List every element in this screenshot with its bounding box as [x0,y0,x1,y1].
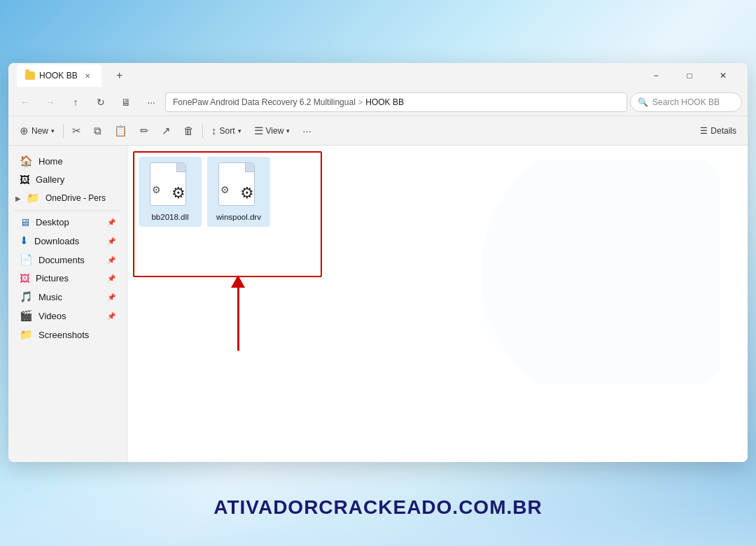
file-area[interactable]: ⚙ ⚙ bb2018.dll ⚙ ⚙ winspool.drv [127,146,748,462]
file-bb2018-name: bb2018.dll [151,213,188,221]
pin-icon-documents: 📌 [107,256,115,264]
copy-button[interactable]: ⧉ [88,120,107,142]
sidebar-item-pictures-label: Pictures [36,273,69,284]
tab-add-button[interactable]: + [110,66,130,85]
sidebar-item-documents[interactable]: 📄 Documents 📌 [11,251,124,269]
toolbar: ⊕ New ▾ ✂ ⧉ 📋 ✏ ↗ 🗑 ↕ Sort ▾ ☰ [8,116,748,146]
music-icon: 🎵 [20,290,33,303]
view-icon: ☰ [254,125,263,137]
refresh-button[interactable]: ↻ [90,91,112,113]
sidebar-item-desktop[interactable]: 🖥 Desktop 📌 [11,214,124,231]
new-arrow: ▾ [51,127,55,134]
share-button[interactable]: ↗ [156,120,176,142]
sidebar-item-pictures[interactable]: 🖼 Pictures 📌 [11,270,124,287]
toolbar-separator-1 [63,124,64,138]
sidebar: 🏠 Home 🖼 Gallery ▶ 📁 OneDrive - Pers 🖥 D… [8,146,127,462]
gear-large-icon-1: ⚙ [172,184,186,202]
pin-icon-downloads: 📌 [107,237,115,245]
window-tab[interactable]: HOOK BB ✕ [17,64,102,87]
details-button[interactable]: ☰ Details [694,120,742,142]
sidebar-item-videos-label: Videos [38,311,66,321]
address-path[interactable]: FonePaw Android Data Recovery 6.2 Multil… [165,92,627,112]
search-placeholder: Search HOOK BB [652,97,720,107]
sidebar-item-downloads[interactable]: ⬇ Downloads 📌 [11,232,124,250]
sidebar-item-home[interactable]: 🏠 Home [11,152,124,170]
sort-icon: ↕ [211,125,217,136]
file-winspool[interactable]: ⚙ ⚙ winspool.drv [207,157,270,227]
sort-arrow: ▾ [238,127,241,134]
gear-small-icon-1: ⚙ [152,184,161,195]
documents-icon: 📄 [20,253,33,266]
pin-icon-desktop: 📌 [107,218,115,226]
up-button[interactable]: ↑ [64,91,87,113]
search-box[interactable]: 🔍 Search HOOK BB [630,92,742,112]
paste-button[interactable]: 📋 [108,120,133,142]
sidebar-item-screenshots-label: Screenshots [38,330,89,340]
delete-button[interactable]: 🗑 [178,120,200,142]
gear-large-icon-2: ⚙ [240,184,254,202]
tab-close-button[interactable]: ✕ [82,70,93,81]
gallery-icon: 🖼 [20,174,30,186]
file-winspool-img: ⚙ ⚙ [218,162,259,209]
more-icon: ··· [302,125,312,136]
sidebar-item-gallery[interactable]: 🖼 Gallery [11,171,124,188]
new-label: New [31,126,48,136]
back-button[interactable]: ← [14,91,36,113]
close-button[interactable]: ✕ [707,64,739,87]
sidebar-item-gallery-label: Gallery [36,174,64,185]
sort-label: Sort [220,126,235,136]
breadcrumb-dots[interactable]: ··· [140,91,162,113]
arrow-line [237,288,239,351]
window-controls: − □ ✕ [640,64,739,87]
explorer-window: HOOK BB ✕ + − □ ✕ ← → ↑ ↻ 🖥 ··· FonePaw … [8,63,748,462]
path-part1: FonePaw Android Data Recovery 6.2 Multil… [173,97,356,107]
delete-icon: 🗑 [183,125,194,136]
new-button[interactable]: ⊕ New ▾ [14,120,60,142]
new-icon: ⊕ [20,125,29,137]
gear-small-icon-2: ⚙ [220,184,230,195]
desktop-icon: 🖥 [20,216,30,228]
path-part2: HOOK BB [365,97,404,107]
search-icon: 🔍 [638,97,648,107]
file-bb2018[interactable]: ⚙ ⚙ bb2018.dll [139,157,202,227]
home-icon: 🏠 [20,155,33,167]
expand-icon: ▶ [15,195,21,202]
title-bar: HOOK BB ✕ + − □ ✕ [8,63,748,88]
view-button[interactable]: ☰ View ▾ [248,120,296,142]
details-label: Details [710,126,736,136]
pin-icon-pictures: 📌 [107,274,115,282]
copy-icon: ⧉ [94,125,102,137]
more-button[interactable]: ··· [297,120,317,142]
onedrive-icon: 📁 [27,192,40,204]
file-bb2018-img: ⚙ ⚙ [150,162,190,209]
sidebar-item-music[interactable]: 🎵 Music 📌 [11,288,124,306]
monitor-icon: 🖥 [115,91,137,113]
sort-button[interactable]: ↕ Sort ▾ [206,120,247,142]
file-winspool-name: winspool.drv [216,213,261,221]
sidebar-divider-1 [14,210,121,211]
minimize-button[interactable]: − [640,64,672,87]
file-winspool-doc: ⚙ ⚙ [218,162,255,206]
watermark-text: ATIVADORCRACKEADO.COM.BR [214,496,542,519]
arrow-annotation [231,275,245,351]
file-bb2018-doc: ⚙ ⚙ [150,162,186,206]
toolbar-separator-2 [202,124,203,138]
videos-icon: 🎬 [20,309,33,322]
sidebar-item-music-label: Music [38,292,62,302]
main-content: 🏠 Home 🖼 Gallery ▶ 📁 OneDrive - Pers 🖥 D… [8,146,748,462]
cut-icon: ✂ [72,125,81,137]
cut-button[interactable]: ✂ [66,120,87,142]
pictures-icon: 🖼 [20,272,30,284]
forward-button[interactable]: → [39,91,62,113]
sidebar-item-downloads-label: Downloads [34,236,79,246]
rename-button[interactable]: ✏ [134,120,155,142]
sidebar-item-screenshots[interactable]: 📁 Screenshots [11,326,124,344]
sidebar-item-documents-label: Documents [38,255,85,265]
sidebar-item-videos[interactable]: 🎬 Videos 📌 [11,307,124,325]
path-separator1: > [358,98,363,106]
rename-icon: ✏ [140,125,149,137]
maximize-button[interactable]: □ [673,64,706,87]
sidebar-item-onedrive[interactable]: ▶ 📁 OneDrive - Pers [11,189,124,207]
details-icon: ☰ [700,126,708,136]
tab-folder-icon [25,71,35,80]
